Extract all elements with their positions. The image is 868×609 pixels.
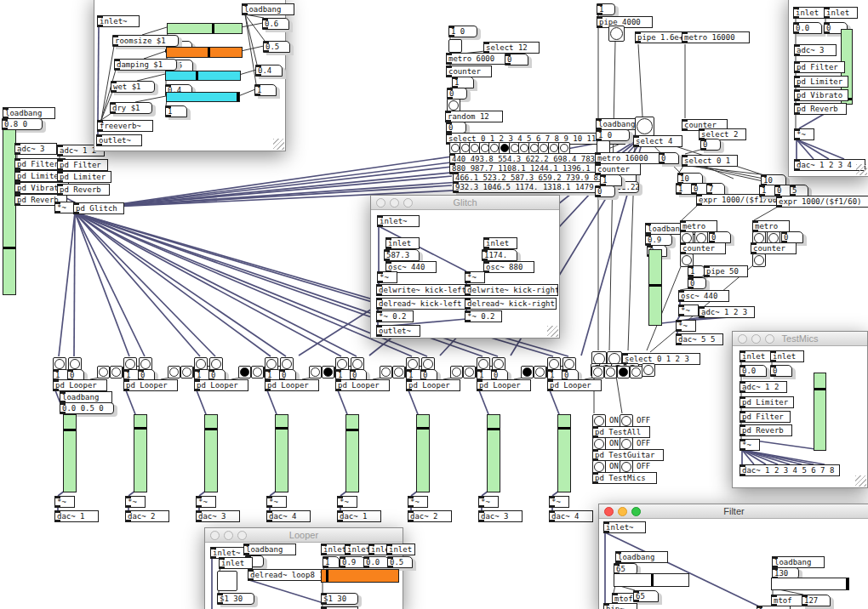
toggle-box[interactable] xyxy=(448,39,462,53)
number-box[interactable]: 0.5 xyxy=(387,556,413,568)
vslider[interactable] xyxy=(648,249,662,326)
minimize-button[interactable] xyxy=(751,334,761,344)
number-box[interactable]: 1174. xyxy=(482,249,517,261)
subpatch-box[interactable]: pd Looper xyxy=(123,379,178,391)
message-box[interactable]: 0 xyxy=(595,185,615,197)
subpatch-box[interactable]: pd Filter xyxy=(57,159,108,171)
looper-volume-slider[interactable] xyxy=(557,414,571,492)
looper-subpatch-window[interactable]: Looperinlet~loadbang0inletdelread~ loop8… xyxy=(204,527,403,609)
subpatch-box[interactable]: pd Reverb xyxy=(794,103,847,115)
message-box[interactable]: wet $1 xyxy=(111,81,155,93)
message-box[interactable]: 1 0 xyxy=(448,26,477,37)
resize-handle[interactable] xyxy=(855,475,866,487)
message-box[interactable]: 0 xyxy=(688,277,706,289)
looper-volume-slider[interactable] xyxy=(487,414,500,492)
subpatch-box[interactable]: pd TestGuitar xyxy=(592,449,664,461)
subpatch-box[interactable]: pd Looper xyxy=(406,379,460,391)
looper-radio-bang[interactable] xyxy=(450,366,463,378)
looper-volume-slider[interactable] xyxy=(275,414,288,492)
subpatch-box[interactable]: pd Limiter xyxy=(57,171,111,183)
slider-knob[interactable] xyxy=(846,578,848,589)
slider-knob[interactable] xyxy=(276,427,288,430)
message-box[interactable]: 0 xyxy=(700,139,721,151)
number-box[interactable]: 1 xyxy=(600,174,622,186)
hslider[interactable] xyxy=(614,573,689,587)
slider-knob[interactable] xyxy=(3,247,15,249)
hslider[interactable] xyxy=(165,71,241,81)
slider-knob[interactable] xyxy=(212,24,214,33)
message-box[interactable]: 0.0 0.5 0 xyxy=(60,402,114,414)
number-box[interactable]: 0.0 xyxy=(363,556,389,568)
number-box[interactable]: 0 xyxy=(659,152,679,164)
message-box[interactable]: 1 xyxy=(688,265,705,277)
minimize-button[interactable] xyxy=(618,507,627,516)
subpatch-box[interactable]: pd Glitch xyxy=(73,202,124,214)
message-box[interactable]: 0 xyxy=(447,88,467,100)
looper-volume-slider[interactable] xyxy=(204,414,218,492)
hslider[interactable] xyxy=(167,23,243,34)
looper-radio-bang[interactable] xyxy=(380,366,392,378)
close-button[interactable] xyxy=(376,198,385,208)
bang-button[interactable] xyxy=(642,363,655,377)
number-box[interactable]: 1 xyxy=(323,556,340,568)
message-box[interactable]: damping $1 xyxy=(114,59,177,71)
number-box[interactable]: 65 xyxy=(633,590,659,602)
looper-radio-bang[interactable] xyxy=(251,366,264,378)
subpatch-box[interactable]: pd Looper xyxy=(53,379,107,391)
number-box[interactable]: 0 xyxy=(505,54,528,65)
looper-volume-slider[interactable] xyxy=(345,414,359,492)
slider-knob[interactable] xyxy=(64,429,76,431)
subpatch-box[interactable]: pd Vibrato xyxy=(794,89,848,101)
subpatch-box[interactable]: pd TestAll xyxy=(592,426,650,438)
slider-knob[interactable] xyxy=(134,427,146,430)
looper-radio-bang[interactable] xyxy=(238,366,251,378)
subpatch-box[interactable]: pd Looper xyxy=(477,379,531,391)
minimize-button[interactable] xyxy=(224,531,233,540)
looper-radio-bang[interactable] xyxy=(534,366,546,378)
slider-knob[interactable] xyxy=(651,574,654,586)
zoom-button[interactable] xyxy=(765,334,774,344)
number-box[interactable]: 0.0 xyxy=(793,22,822,34)
looper-volume-slider[interactable] xyxy=(134,414,147,492)
number-box[interactable]: 1 xyxy=(165,105,187,117)
looper-radio-bang[interactable] xyxy=(97,366,110,378)
subpatch-box[interactable]: pd Looper xyxy=(547,379,602,391)
subpatch-box[interactable]: pd Looper xyxy=(194,379,248,391)
number-box[interactable]: 0.6 xyxy=(262,18,289,30)
message-box[interactable]: 0.8 0 xyxy=(2,118,43,130)
slider-knob[interactable] xyxy=(205,428,217,430)
looper-radio-bang[interactable] xyxy=(110,366,123,378)
close-button[interactable] xyxy=(738,334,747,344)
looper-radio-bang[interactable] xyxy=(392,366,405,378)
filter-subpatch-window[interactable]: Filterinlet~loadbang65mtof65hip~loadbang… xyxy=(598,504,868,609)
number-box[interactable]: 0.5 xyxy=(263,41,290,53)
looper-radio-bang[interactable] xyxy=(168,366,180,378)
slider-knob[interactable] xyxy=(326,570,328,582)
testmics-subpatch-window[interactable]: TestMicsinletinlet0.00adc~ 1 2pd Limiter… xyxy=(732,331,868,488)
hslider[interactable] xyxy=(166,92,240,102)
reverb-subpatch-window[interactable]: inlet~loadbang0.60.50.410.6roomsize $10.… xyxy=(94,0,286,151)
slider-knob[interactable] xyxy=(558,427,570,430)
message-box[interactable]: 1 0 xyxy=(596,129,630,141)
message-box[interactable]: roomsize $1 xyxy=(112,35,179,47)
subpatch-box[interactable]: pd Reverb xyxy=(57,184,110,196)
resize-handle[interactable] xyxy=(273,139,284,150)
looper-radio-bang[interactable] xyxy=(309,366,322,378)
hslider[interactable] xyxy=(771,578,849,590)
subpatch-box[interactable]: pd Limiter xyxy=(794,76,848,88)
number-box[interactable]: 0 xyxy=(709,231,731,243)
hslider[interactable] xyxy=(166,47,243,58)
number-box[interactable]: 1 xyxy=(254,84,277,96)
looper-radio-bang[interactable] xyxy=(463,366,476,378)
subpatch-box[interactable]: pd Reverb xyxy=(740,424,792,436)
glitch-subpatch-window[interactable]: Glitchinlet~inlet587.3osc~ 440*~delwrite… xyxy=(370,195,560,339)
vslider[interactable] xyxy=(814,373,826,451)
looper-radio-bang[interactable] xyxy=(521,366,534,378)
close-button[interactable] xyxy=(210,531,220,540)
slider-knob[interactable] xyxy=(814,388,825,390)
slider-knob[interactable] xyxy=(196,71,198,80)
bang-button[interactable] xyxy=(608,26,625,42)
slider-knob[interactable] xyxy=(488,428,500,430)
minimize-button[interactable] xyxy=(390,198,399,208)
number-box[interactable]: 0.4 xyxy=(255,65,283,77)
